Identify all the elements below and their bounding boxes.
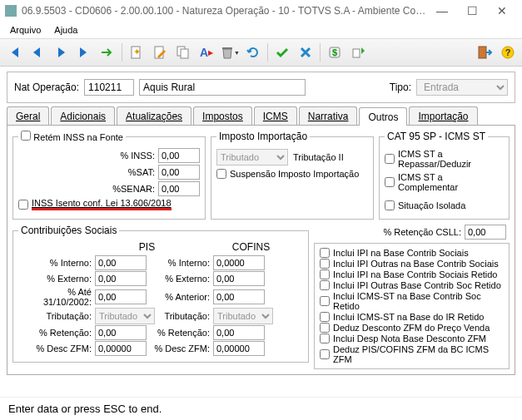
copy-button[interactable] (172, 42, 194, 63)
tab-atualizacoes[interactable]: Atualizações (117, 106, 191, 125)
pis-interno-label: % Interno: (18, 258, 95, 268)
cof-externo-input[interactable] (213, 271, 265, 286)
cof-anterior-input[interactable] (213, 289, 265, 304)
pis-trib-label: Tributação: (18, 311, 95, 321)
exit-button[interactable] (474, 42, 495, 63)
nat-operacao-desc[interactable] (139, 79, 306, 96)
csll-input[interactable] (465, 225, 506, 240)
money-button[interactable]: $ (324, 42, 346, 63)
cat-legend: CAT 95 SP - ICMS ST (385, 131, 488, 142)
pct-inss-input[interactable] (158, 148, 200, 163)
cancel-button[interactable] (295, 42, 316, 63)
menu-ajuda[interactable]: Ajuda (47, 23, 84, 37)
pis-interno-input[interactable] (95, 255, 147, 270)
flag-9-check[interactable] (320, 349, 330, 359)
svg-rect-0 (132, 47, 140, 58)
related-button[interactable] (347, 42, 369, 63)
tab-geral[interactable]: Geral (7, 106, 49, 125)
flag-4-label: Inclui IPI Outras Base Contrib Soc Retid… (333, 280, 501, 290)
tab-narrativa[interactable]: Narrativa (299, 106, 358, 125)
flag-6-label: Inclui ICMS-ST na Base do IR Retido (333, 312, 484, 322)
flag-8-label: Inclui Desp Nota Base Desconto ZFM (333, 334, 486, 343)
svg-rect-8 (353, 49, 360, 57)
flag-9-label: Deduz PIS/COFINS ZFM da BC ICMS ZFM (333, 344, 504, 364)
cof-zfm-label: % Desc ZFM: (147, 343, 213, 353)
text-button[interactable]: A▶ (196, 42, 217, 63)
pis-zfm-input[interactable] (95, 341, 147, 356)
pct-sat-label: %SAT: (128, 167, 155, 177)
pis-ret-input[interactable] (95, 325, 147, 340)
tab-adicionais[interactable]: Adicionais (51, 106, 115, 125)
inss-isento-check[interactable] (18, 200, 28, 210)
flag-4-check[interactable] (320, 280, 330, 290)
flag-2-check[interactable] (320, 259, 330, 269)
toolbar: ✦ A▶ ▼ $ ? (0, 38, 522, 67)
undo-button[interactable] (242, 42, 264, 63)
delete-button[interactable]: ▼ (219, 42, 241, 63)
susp-imp-check[interactable] (216, 169, 226, 179)
cof-zfm-input[interactable] (213, 341, 265, 356)
first-button[interactable] (3, 42, 25, 63)
cof-externo-label: % Externo: (147, 274, 213, 284)
minimize-button[interactable]: — (427, 2, 457, 20)
svg-text:?: ? (505, 47, 511, 57)
cof-interno-label: % Interno: (147, 258, 213, 268)
icmsst-repassar-check[interactable] (385, 154, 395, 164)
next-button[interactable] (50, 42, 72, 63)
situacao-isolada-check[interactable] (385, 200, 395, 210)
nat-operacao-label: Nat Operação: (14, 82, 79, 93)
nat-operacao-code[interactable] (84, 79, 134, 96)
pct-senar-input[interactable] (158, 181, 200, 196)
flag-7-label: Deduz Desconto ZFM do Preço Venda (333, 323, 490, 333)
flag-3-check[interactable] (320, 269, 330, 279)
last-button[interactable] (73, 42, 95, 63)
close-button[interactable]: ✕ (487, 2, 517, 20)
cof-interno-input[interactable] (213, 255, 265, 270)
pis-header: PIS (95, 240, 199, 254)
imp-tributado-select[interactable]: Tributado (216, 149, 288, 166)
cof-anterior-label: % Anterior: (147, 292, 213, 302)
svg-rect-5 (222, 47, 232, 49)
pis-externo-input[interactable] (95, 271, 147, 286)
flag-5-check[interactable] (320, 296, 330, 306)
pis-trib-select[interactable]: Tributado (95, 308, 155, 324)
flag-7-check[interactable] (320, 323, 330, 333)
flag-6-check[interactable] (320, 312, 330, 322)
csll-label: % Retenção CSLL: (383, 227, 461, 237)
flag-8-check[interactable] (320, 334, 330, 343)
help-button[interactable]: ? (497, 42, 519, 63)
prev-button[interactable] (27, 42, 48, 63)
pct-sat-input[interactable] (158, 165, 200, 180)
icmsst-complementar-check[interactable] (385, 177, 395, 187)
goto-button[interactable] (97, 42, 118, 63)
tab-icms[interactable]: ICMS (254, 106, 297, 125)
svg-rect-3 (177, 47, 185, 56)
flags-panel: Inclui IPI na Base Contrib Sociais Inclu… (314, 243, 510, 369)
tabstrip: Geral Adicionais Atualizações Impostos I… (7, 106, 515, 126)
pis-ate-input[interactable] (95, 289, 147, 304)
tributacao-ii-label: Tributação II (293, 152, 344, 162)
tab-impostos[interactable]: Impostos (193, 106, 252, 125)
maximize-button[interactable]: ☐ (457, 2, 487, 20)
menu-arquivo[interactable]: Arquivo (3, 23, 47, 37)
flag-5-label: Inclui ICMS-ST na Base Contrib Soc Retid… (333, 291, 504, 311)
icmsst-repassar-label: ICMS ST a Repassar/Deduzir (398, 149, 504, 169)
tab-importacao[interactable]: Importação (409, 106, 477, 125)
new-button[interactable]: ✦ (126, 42, 147, 63)
svg-text:✦: ✦ (133, 47, 141, 57)
tab-outros[interactable]: Outros (359, 107, 407, 126)
titlebar: 06.9.5503 - CD0606 - 2.00.00.100 - Natur… (0, 0, 522, 22)
icmsst-complementar-label: ICMS ST a Complementar (398, 172, 504, 192)
cof-trib-select[interactable]: Tributado (213, 308, 273, 324)
retem-inss-check[interactable] (21, 131, 31, 141)
confirm-button[interactable] (271, 42, 293, 63)
edit-button[interactable] (149, 42, 171, 63)
flag-1-check[interactable] (320, 248, 330, 258)
pis-ate-label: % Até 31/10/2002: (18, 287, 95, 307)
group-contribuicoes: Contribuições Sociais PIS COFINS % Inter… (12, 225, 309, 363)
cof-ret-input[interactable] (213, 325, 265, 340)
cof-ret-label: % Retenção: (147, 328, 213, 338)
group-cat95: CAT 95 SP - ICMS ST ICMS ST a Repassar/D… (379, 131, 510, 220)
tipo-select[interactable]: Entrada (416, 79, 508, 96)
flag-3-label: Inclui IPI na Base Contrib Sociais Retid… (333, 269, 498, 279)
